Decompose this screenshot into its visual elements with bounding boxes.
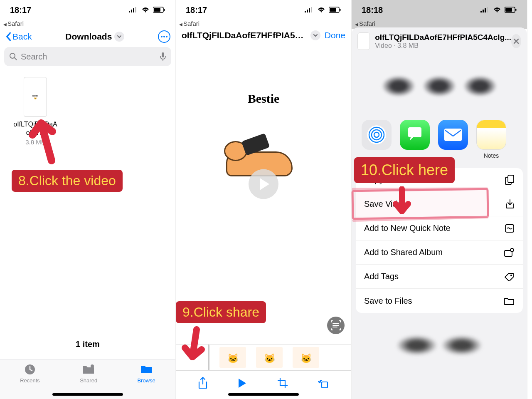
svg-rect-22: [322, 382, 328, 388]
play-icon: [238, 378, 247, 389]
annotation-step-9: 9.Click share: [176, 301, 266, 323]
notes-icon: [476, 120, 506, 150]
rotate-icon: [318, 377, 330, 389]
rotate-button[interactable]: [318, 377, 330, 391]
svg-rect-25: [485, 8, 486, 12]
item-count: 1 item: [0, 340, 175, 349]
app-notes[interactable]: Notes: [476, 120, 506, 159]
home-indicator: [228, 393, 299, 396]
action-quick-note[interactable]: Add to New Quick Note: [356, 216, 523, 240]
filmstrip-frame: [293, 347, 319, 368]
svg-rect-26: [487, 7, 488, 12]
tab-browse[interactable]: Browse: [137, 364, 155, 399]
svg-point-38: [510, 248, 514, 252]
action-label: Save to Files: [364, 296, 412, 306]
title-dropdown[interactable]: [114, 32, 124, 42]
back-to-safari[interactable]: Safari: [176, 20, 351, 29]
preview-toolbar: [176, 377, 351, 392]
battery-icon: [153, 7, 165, 13]
play-button[interactable]: [249, 169, 278, 199]
close-button[interactable]: [511, 34, 521, 48]
share-sheet: oIfLTQjFILDaAofE7HFfPIA5C4AcIg... Video …: [352, 27, 527, 399]
download-icon: [505, 199, 515, 210]
folder-person-icon: [80, 364, 97, 376]
annotation-step-10: 10.Click here: [354, 157, 455, 183]
back-button[interactable]: Back: [5, 32, 32, 42]
tab-label: Browse: [137, 377, 155, 384]
app-airdrop[interactable]: [362, 120, 392, 159]
action-shared-album[interactable]: Add to Shared Album: [356, 240, 523, 265]
share-icon: [197, 377, 208, 390]
live-text-button[interactable]: [327, 317, 345, 334]
ellipsis-icon: [161, 36, 167, 37]
file-thumbnail: Bestie🐱: [24, 77, 47, 117]
tab-recents[interactable]: Recents: [20, 364, 40, 399]
messages-icon: [400, 120, 430, 150]
status-bar: 18:18: [352, 0, 527, 20]
status-icons: [129, 7, 165, 13]
svg-rect-16: [307, 10, 308, 12]
svg-rect-17: [309, 8, 310, 12]
filmstrip-frame: [256, 347, 283, 368]
back-to-safari[interactable]: Safari: [0, 20, 175, 29]
wifi-icon: [317, 7, 325, 13]
action-save-video[interactable]: Save Video: [356, 192, 523, 216]
video-canvas[interactable]: Bestie: [176, 45, 351, 336]
close-icon: [513, 38, 519, 44]
file-title: oIfLTQjFILDaAofE7HFfPIA5C4A...: [182, 30, 306, 40]
mic-icon[interactable]: [160, 52, 166, 61]
play-toolbar-button[interactable]: [238, 378, 247, 390]
app-mail[interactable]: [438, 120, 468, 159]
action-label: Add to New Quick Note: [364, 223, 451, 233]
title-dropdown[interactable]: [310, 30, 320, 40]
nav-bar: Back Downloads: [0, 29, 175, 47]
page-title-group: Downloads: [65, 32, 124, 42]
svg-rect-29: [515, 9, 517, 11]
svg-rect-23: [480, 11, 482, 12]
app-label: Notes: [476, 152, 506, 159]
more-button[interactable]: [158, 30, 170, 43]
wifi-icon: [141, 7, 150, 13]
status-time: 18:18: [362, 5, 383, 15]
folder-icon: [137, 364, 155, 376]
panel-share-sheet: 18:18 Safari oIfLTQjFILDaAofE7HFfPIA5C4A…: [352, 0, 527, 399]
back-label: Back: [12, 32, 32, 42]
cellular-icon: [305, 7, 314, 13]
tab-label: Shared: [80, 377, 97, 384]
crop-button[interactable]: [277, 377, 288, 391]
svg-rect-28: [505, 8, 512, 12]
svg-rect-6: [164, 9, 165, 11]
share-actions-list: Copy Save Video Add to New Quick Note Ad…: [356, 168, 523, 313]
folder-icon: [504, 296, 515, 305]
redacted-bottom-row: [352, 316, 527, 374]
battery-icon: [505, 7, 517, 13]
wifi-icon: [493, 7, 501, 13]
svg-rect-21: [340, 9, 341, 11]
status-icons: [305, 7, 341, 13]
shared-album-icon: [504, 248, 515, 257]
svg-point-8: [163, 36, 165, 37]
share-button[interactable]: [197, 377, 208, 392]
video-title-text: Bestie: [248, 92, 280, 106]
chevron-left-icon: [5, 32, 12, 41]
page-title: Downloads: [65, 32, 112, 42]
svg-rect-20: [330, 8, 336, 12]
svg-point-14: [91, 364, 94, 368]
done-button[interactable]: Done: [325, 30, 345, 40]
svg-rect-18: [311, 7, 312, 12]
annotation-arrow-10: [392, 186, 412, 220]
svg-point-9: [166, 36, 167, 37]
annotation-arrow-9: [180, 326, 209, 368]
search-input[interactable]: Search: [4, 47, 171, 66]
svg-rect-2: [133, 8, 134, 12]
action-add-tags[interactable]: Add Tags: [356, 265, 523, 289]
search-placeholder: Search: [21, 52, 47, 62]
status-time: 18:17: [186, 5, 207, 15]
action-save-files[interactable]: Save to Files: [356, 289, 523, 313]
app-messages[interactable]: [400, 120, 430, 159]
status-bar: 18:17: [176, 0, 351, 20]
tag-icon: [504, 272, 515, 281]
svg-rect-0: [129, 11, 130, 12]
status-icons: [480, 7, 517, 13]
crop-icon: [277, 377, 288, 389]
